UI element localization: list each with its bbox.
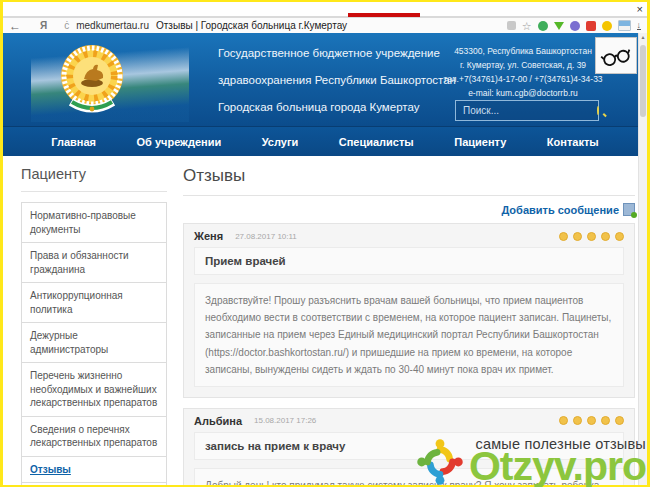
sidebar-item-rights-duties[interactable]: Права и обязанности гражданина <box>21 242 167 283</box>
rating-dot-icon <box>601 416 610 425</box>
sidebar-item-medicine-lists[interactable]: Сведения о перечнях лекарственных препар… <box>21 416 167 457</box>
sidebar-patient-menu: Пациенту Нормативно-правовые документы П… <box>21 166 167 485</box>
review-body: Здравствуйте! Прошу разъяснить врачам ва… <box>194 283 624 387</box>
url-text[interactable]: medkumertau.ru <box>76 20 149 31</box>
sidebar-list: Нормативно-правовые документы Права и об… <box>21 202 167 485</box>
nav-item-patient[interactable]: Пациенту <box>454 136 506 148</box>
scrollbar-thumb[interactable] <box>640 45 646 117</box>
browser-window: × ← Я ċ medkumertau.ru Отзывы | Городска… <box>3 2 647 485</box>
nav-item-specialists[interactable]: Специалисты <box>339 136 414 148</box>
org-name-line: здравоохранения Республики Башкортостан <box>218 66 456 93</box>
rating-dot-icon <box>601 232 610 241</box>
browser-tabstrip: × <box>3 2 647 18</box>
protect-shield-icon[interactable] <box>507 21 516 30</box>
sidebar-item-vital-medicines[interactable]: Перечень жизненно необходимых и важнейши… <box>21 362 167 417</box>
reviews-section: Отзывы Добавить сообщение Женя 27.08.201… <box>183 160 635 485</box>
sidebar-item-insurance[interactable]: Страховые организации <box>21 482 167 485</box>
review-rating <box>559 232 624 241</box>
back-button[interactable]: ← <box>9 19 21 33</box>
org-name-line: Государственное бюджетное учреждение <box>218 39 456 66</box>
bookmark-star-icon[interactable]: ☆ <box>522 21 532 31</box>
org-name-line: Городская больница города Кумертау <box>218 93 456 120</box>
search-icon[interactable] <box>597 106 599 115</box>
scrollbar-up-arrow[interactable]: ▲ <box>639 33 647 42</box>
rating-dot-icon <box>615 232 624 241</box>
rating-dot-icon <box>573 232 582 241</box>
contact-phone: тел.+7(34761)4-17-00 / +7(34761)4-34-33 <box>441 72 605 86</box>
site-search-box <box>455 100 599 121</box>
page-heading: Отзывы <box>183 166 635 186</box>
rating-dot-icon <box>587 416 596 425</box>
site-header: Государственное бюджетное учреждение здр… <box>3 33 647 126</box>
rating-dot-icon <box>573 416 582 425</box>
review-title: Прием врачей <box>194 247 624 275</box>
sidebar-title: Пациенту <box>21 166 167 182</box>
contact-postcode: 453300, Республика Башкортостан <box>441 44 605 58</box>
nav-item-contacts[interactable]: Контакты <box>547 136 599 148</box>
eyeglasses-icon <box>600 44 632 68</box>
review-card: Женя 27.08.2017 10:11 Прием врачей Здрав… <box>183 223 635 398</box>
review-date: 27.08.2017 10:11 <box>235 232 297 241</box>
site-security-icon[interactable]: ċ <box>64 20 69 31</box>
review-header: Альбина 15.08.2017 17:26 <box>184 409 634 432</box>
contact-address: г. Кумертау, ул. Советская, д. 39 <box>441 58 605 72</box>
close-window-button[interactable]: × <box>637 2 643 16</box>
extension-savefrom-icon[interactable] <box>554 22 564 30</box>
review-author: Женя <box>194 230 223 242</box>
nav-item-services[interactable]: Услуги <box>262 136 299 148</box>
heading-divider <box>183 195 635 196</box>
sidebar-item-reviews[interactable]: Отзывы <box>21 456 167 484</box>
contact-email: e-mail: kum.cgb@doctorrb.ru <box>441 86 605 100</box>
browser-addressbar: ← Я ċ medkumertau.ru Отзывы | Городская … <box>3 18 647 33</box>
page-content: Пациенту Нормативно-правовые документы П… <box>3 156 647 485</box>
sidebar-item-anticorruption[interactable]: Антикоррупционная политика <box>21 282 167 323</box>
rating-dot-icon <box>615 416 624 425</box>
nav-item-home[interactable]: Главная <box>51 136 96 148</box>
nav-item-about[interactable]: Об учреждении <box>137 136 222 148</box>
review-rating <box>559 416 624 425</box>
page-title-text: Отзывы | Городская больница г.Кумертау <box>156 20 347 31</box>
extension-adblock-icon[interactable] <box>538 21 548 31</box>
rating-dot-icon <box>587 232 596 241</box>
organization-name: Государственное бюджетное учреждение здр… <box>218 39 456 120</box>
sidebar-item-legal-documents[interactable]: Нормативно-правовые документы <box>21 202 167 243</box>
review-body: Добрый день! кто придумал такую систему … <box>194 468 624 485</box>
review-title: запись на прием к врачу <box>194 432 624 460</box>
contact-info: 453300, Республика Башкортостан г. Кумер… <box>441 44 605 100</box>
review-header: Женя 27.08.2017 10:11 <box>184 224 634 247</box>
screenshot-frame: × ← Я ċ medkumertau.ru Отзывы | Городска… <box>0 0 650 487</box>
add-message-link[interactable]: Добавить сообщение <box>501 204 619 216</box>
extension-vpn-icon[interactable] <box>570 21 580 31</box>
downloads-icon[interactable]: ↓ <box>637 21 642 30</box>
sidebar-divider <box>21 191 167 192</box>
addressbar-actions: ☆ ↓ <box>507 20 641 31</box>
review-date: 15.08.2017 17:26 <box>254 416 316 425</box>
bashkortostan-coat-of-arms <box>59 39 125 119</box>
review-card: Альбина 15.08.2017 17:26 запись на прием… <box>183 408 635 485</box>
sidebar-item-duty-administrators[interactable]: Дежурные администраторы <box>21 322 167 363</box>
tab-loading-bar <box>348 13 420 17</box>
rating-dot-icon <box>559 232 568 241</box>
extension-red-icon[interactable] <box>586 21 596 31</box>
search-input[interactable] <box>461 104 597 117</box>
extension-mail-icon[interactable] <box>602 21 612 31</box>
rating-dot-icon <box>559 416 568 425</box>
yandex-logo-icon[interactable]: Я <box>40 20 47 31</box>
accessibility-version-button[interactable] <box>595 37 637 74</box>
scrollbar[interactable]: ▲ <box>638 33 647 485</box>
main-navigation: Главная Об учреждении Услуги Специалисты… <box>3 126 647 156</box>
add-message-icon[interactable] <box>623 203 635 216</box>
add-message-row: Добавить сообщение <box>183 203 635 216</box>
review-author: Альбина <box>194 415 242 427</box>
extension-screenshot-icon[interactable] <box>618 20 631 31</box>
